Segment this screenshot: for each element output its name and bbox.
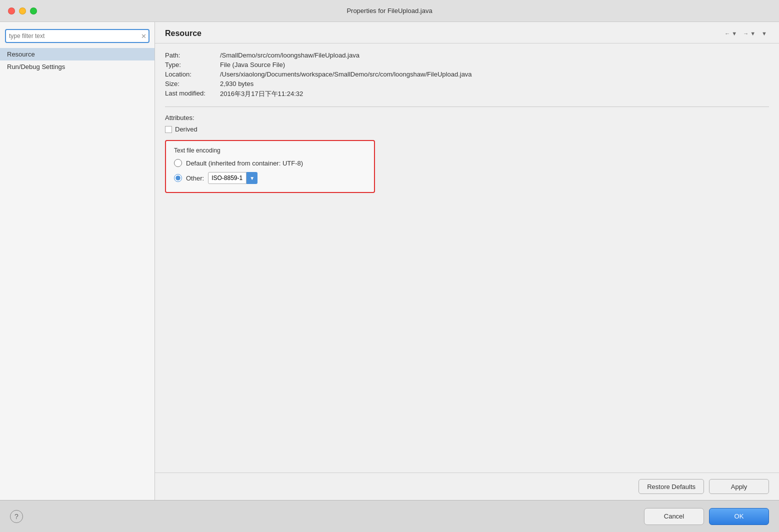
restore-defaults-button[interactable]: Restore Defaults [638, 479, 704, 494]
modified-value: 2016年3月17日下午11:24:32 [220, 90, 303, 98]
encoding-box-title: Text file encoding [174, 147, 366, 154]
help-icon[interactable]: ? [10, 510, 23, 523]
sidebar: ✕ Resource Run/Debug Settings [0, 22, 155, 500]
dropdown-icon[interactable]: ▼ [760, 30, 769, 38]
section-title: Resource [165, 29, 202, 38]
default-encoding-row: Default (inherited from container: UTF-8… [174, 159, 366, 167]
content-body: Path: /SmallDemo/src/com/loongshaw/FileU… [155, 44, 779, 472]
divider [165, 106, 769, 107]
search-clear-icon[interactable]: ✕ [141, 32, 146, 40]
sidebar-item-run-debug[interactable]: Run/Debug Settings [0, 60, 154, 73]
ok-button[interactable]: OK [709, 508, 769, 525]
titlebar: Properties for FileUpload.java [0, 0, 779, 22]
path-label: Path: [165, 52, 220, 59]
info-row-modified: Last modified: 2016年3月17日下午11:24:32 [165, 90, 769, 98]
info-row-location: Location: /Users/xiaolong/Documents/work… [165, 70, 769, 78]
footer-buttons: Cancel OK [644, 508, 769, 525]
window-controls [8, 8, 37, 14]
default-encoding-label: Default (inherited from container: UTF-8… [186, 160, 303, 167]
type-label: Type: [165, 61, 220, 68]
info-row-size: Size: 2,930 bytes [165, 80, 769, 88]
derived-row: Derived [165, 126, 769, 133]
content-panel: Resource ← ▼ → ▼ ▼ Path: /SmallDemo/src/… [155, 22, 779, 500]
other-encoding-row: Other: ISO-8859-1 UTF-8 UTF-16 US-ASCII … [174, 172, 366, 184]
size-label: Size: [165, 80, 220, 88]
other-encoding-radio[interactable] [174, 174, 182, 182]
header-icons: ← ▼ → ▼ ▼ [722, 30, 769, 38]
back-icon[interactable]: ← ▼ [722, 30, 739, 38]
info-table: Path: /SmallDemo/src/com/loongshaw/FileU… [165, 52, 769, 98]
sidebar-item-resource[interactable]: Resource [0, 48, 154, 60]
derived-label: Derived [175, 126, 198, 133]
info-row-path: Path: /SmallDemo/src/com/loongshaw/FileU… [165, 52, 769, 59]
bottom-actions: Restore Defaults Apply [155, 472, 779, 500]
encoding-select[interactable]: ISO-8859-1 UTF-8 UTF-16 US-ASCII Cp1252 [208, 172, 246, 184]
main-area: ✕ Resource Run/Debug Settings Resource ←… [0, 22, 779, 500]
path-value: /SmallDemo/src/com/loongshaw/FileUpload.… [220, 52, 360, 59]
filter-search-input[interactable] [5, 29, 150, 43]
maximize-button[interactable] [30, 8, 37, 14]
location-value: /Users/xiaolong/Documents/workspace/Smal… [220, 70, 472, 78]
encoding-select-wrapper: ISO-8859-1 UTF-8 UTF-16 US-ASCII Cp1252 … [208, 172, 258, 184]
close-button[interactable] [8, 8, 15, 14]
select-arrow-icon[interactable]: ▼ [246, 172, 258, 184]
location-label: Location: [165, 70, 220, 78]
cancel-button[interactable]: Cancel [644, 508, 704, 525]
window-title: Properties for FileUpload.java [346, 7, 432, 14]
minimize-button[interactable] [19, 8, 26, 14]
footer: ? Cancel OK [0, 500, 779, 532]
default-encoding-radio[interactable] [174, 159, 182, 167]
info-row-type: Type: File (Java Source File) [165, 61, 769, 68]
type-value: File (Java Source File) [220, 61, 285, 68]
apply-button[interactable]: Apply [709, 479, 769, 494]
search-container: ✕ [0, 26, 154, 48]
derived-checkbox[interactable] [165, 126, 172, 133]
search-wrapper: ✕ [5, 29, 150, 43]
encoding-box: Text file encoding Default (inherited fr… [165, 140, 375, 193]
forward-icon[interactable]: → ▼ [741, 30, 758, 38]
other-encoding-label: Other: [186, 174, 204, 182]
size-value: 2,930 bytes [220, 80, 254, 88]
attributes-label: Attributes: [165, 114, 769, 122]
content-header: Resource ← ▼ → ▼ ▼ [155, 22, 779, 44]
modified-label: Last modified: [165, 90, 220, 98]
